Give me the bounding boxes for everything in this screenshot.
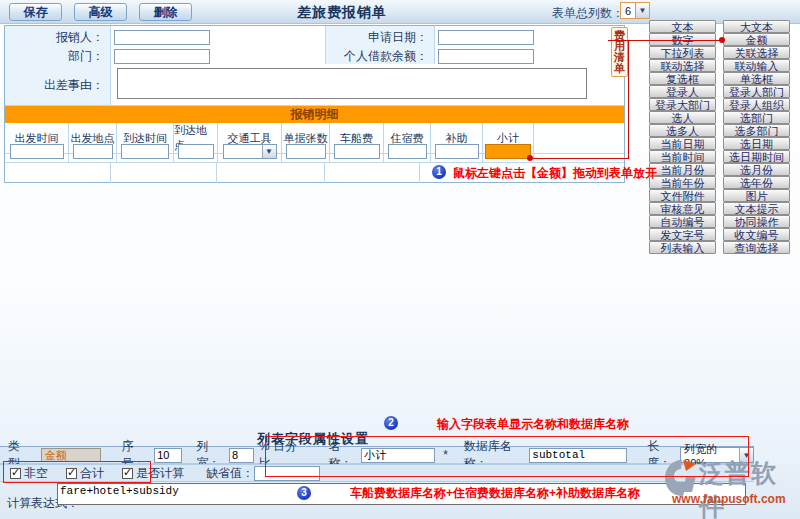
width-input[interactable] bbox=[229, 448, 254, 463]
department-label: 部门： bbox=[5, 45, 111, 66]
depart-place-input[interactable] bbox=[73, 144, 113, 159]
loan-balance-label: 个人借款余额： bbox=[326, 45, 435, 66]
subtotal-drop-target[interactable] bbox=[485, 144, 531, 159]
save-button[interactable]: 保存 bbox=[9, 3, 62, 21]
detail-header-row: 出发时间 出发地点 到达时间 到达地点 交通工具 单据张数 车船费 住宿费 补助… bbox=[5, 123, 624, 141]
palette-item[interactable]: 图片 bbox=[723, 189, 790, 202]
page-title: 差旅费报销单 bbox=[297, 4, 387, 22]
annotation-3-number: 3 bbox=[297, 486, 311, 500]
palette-item[interactable]: 协同操作 bbox=[723, 215, 790, 228]
palette-item[interactable]: 选月份 bbox=[723, 163, 790, 176]
drag-path-dot bbox=[527, 155, 533, 161]
seq-input[interactable] bbox=[154, 448, 182, 463]
detail-banner: 报销明细 bbox=[5, 106, 624, 123]
palette-item[interactable]: 下拉列表 bbox=[649, 46, 716, 59]
delete-button[interactable]: 删除 bbox=[139, 3, 192, 21]
department-input[interactable] bbox=[114, 49, 210, 64]
palette-item[interactable]: 选部门 bbox=[723, 111, 790, 124]
field-palette: 文本 大文本 数字 金额 下拉列表 关联选择 联动选择 联动输入 复选框 单选框… bbox=[649, 20, 790, 254]
palette-item[interactable]: 登录人组织 bbox=[723, 98, 790, 111]
palette-item[interactable]: 列表输入 bbox=[649, 241, 716, 254]
annotation-2-number: 2 bbox=[384, 416, 398, 430]
name-db-highlight-box bbox=[265, 436, 749, 477]
drag-path-line bbox=[531, 158, 629, 159]
reason-label: 出差事由： bbox=[5, 64, 111, 106]
palette-item[interactable]: 收文编号 bbox=[723, 228, 790, 241]
palette-item[interactable]: 联动选择 bbox=[649, 59, 716, 72]
palette-item[interactable]: 文本提示 bbox=[723, 202, 790, 215]
palette-item[interactable]: 大文本 bbox=[723, 20, 790, 33]
drag-path-line bbox=[628, 40, 629, 159]
type-readonly-field: 金额 bbox=[41, 448, 102, 462]
palette-item[interactable]: 选多人 bbox=[649, 124, 716, 137]
annotation-1-number: 1 bbox=[432, 165, 446, 179]
palette-item[interactable]: 选日期 bbox=[723, 137, 790, 150]
expense-list-tab[interactable]: 费用清单 bbox=[611, 27, 628, 77]
footer-cell bbox=[325, 163, 420, 183]
palette-item[interactable]: 当前日期 bbox=[649, 137, 716, 150]
loan-balance-input[interactable] bbox=[438, 49, 534, 64]
receipt-count-input[interactable] bbox=[286, 144, 326, 159]
palette-item[interactable]: 登录人 bbox=[649, 85, 716, 98]
drag-path-dot bbox=[719, 37, 725, 43]
subsidy-input[interactable] bbox=[435, 144, 479, 159]
arrive-time-input[interactable] bbox=[121, 144, 169, 159]
palette-item[interactable]: 关联选择 bbox=[723, 46, 790, 59]
arrive-place-input[interactable] bbox=[178, 144, 214, 159]
chevron-down-icon: ▼ bbox=[635, 3, 649, 18]
hotel-input[interactable] bbox=[388, 144, 427, 159]
applicant-label: 报销人： bbox=[5, 26, 111, 47]
palette-item[interactable]: 查询选择 bbox=[723, 241, 790, 254]
annotation-1-text: 鼠标左键点击【金额】拖动到表单放开 bbox=[453, 165, 657, 182]
palette-item-amount[interactable]: 金额 bbox=[723, 33, 790, 46]
logo-url: www.fanpusoft.com bbox=[672, 492, 786, 506]
palette-item[interactable]: 审核意见 bbox=[649, 202, 716, 215]
advanced-button[interactable]: 高级 bbox=[74, 3, 127, 21]
palette-item[interactable]: 单选框 bbox=[723, 72, 790, 85]
palette-item[interactable]: 发文字号 bbox=[649, 228, 716, 241]
palette-item[interactable]: 登录人部门 bbox=[723, 85, 790, 98]
palette-item[interactable]: 文件附件 bbox=[649, 189, 716, 202]
palette-item[interactable]: 当前年份 bbox=[649, 176, 716, 189]
reason-textarea[interactable] bbox=[117, 68, 587, 99]
total-columns-value: 6 bbox=[625, 5, 631, 17]
total-columns-select[interactable]: 6 ▼ bbox=[620, 2, 650, 19]
footer-cell bbox=[217, 163, 325, 183]
palette-item[interactable]: 选日期时间 bbox=[723, 150, 790, 163]
apply-date-label: 申请日期： bbox=[326, 26, 435, 47]
apply-date-input[interactable] bbox=[438, 30, 534, 45]
annotation-2-text: 输入字段表单显示名称和数据库名称 bbox=[437, 416, 629, 433]
palette-item[interactable]: 文本 bbox=[649, 20, 716, 33]
palette-item[interactable]: 选年份 bbox=[723, 176, 790, 189]
fare-input[interactable] bbox=[334, 144, 380, 159]
palette-item[interactable]: 登录大部门 bbox=[649, 98, 716, 111]
transport-select[interactable]: ▼ bbox=[223, 144, 277, 159]
empty-cell bbox=[534, 141, 624, 163]
depart-time-input[interactable] bbox=[10, 144, 64, 159]
palette-item[interactable]: 自动编号 bbox=[649, 215, 716, 228]
applicant-input[interactable] bbox=[114, 30, 210, 45]
default-value-label: 缺省值： bbox=[206, 465, 254, 482]
annotation-3-text: 车船费数据库名称+住宿费数据库名称+补助数据库名称 bbox=[350, 485, 640, 502]
checkbox-highlight-box bbox=[3, 461, 151, 483]
palette-item[interactable]: 选人 bbox=[649, 111, 716, 124]
palette-item[interactable]: 当前月份 bbox=[649, 163, 716, 176]
palette-item[interactable]: 当前时间 bbox=[649, 150, 716, 163]
palette-item[interactable]: 联动输入 bbox=[723, 59, 790, 72]
total-columns-label: 表单总列数： bbox=[552, 5, 624, 22]
footer-cell bbox=[5, 163, 111, 183]
palette-item[interactable]: 复选框 bbox=[649, 72, 716, 85]
form-designer-screen: 保存 高级 删除 差旅费报销单 表单总列数： 6 ▼ 报销人： 申请日期： 部门… bbox=[0, 0, 800, 519]
drag-path-line bbox=[608, 40, 721, 41]
footer-cell bbox=[111, 163, 217, 183]
chevron-down-icon: ▼ bbox=[262, 145, 276, 158]
palette-item[interactable]: 选多部门 bbox=[723, 124, 790, 137]
